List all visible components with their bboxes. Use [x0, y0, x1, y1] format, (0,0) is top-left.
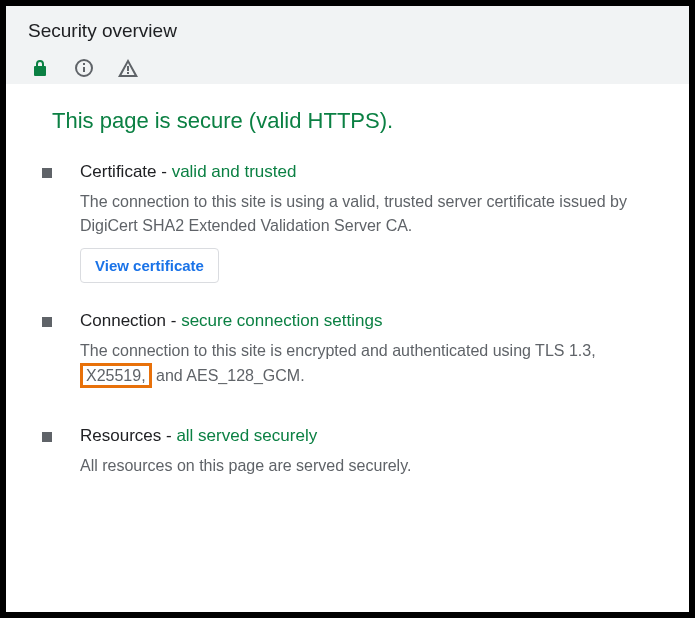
page-title: Security overview: [28, 20, 667, 42]
security-headline: This page is secure (valid HTTPS).: [52, 108, 653, 134]
svg-rect-4: [127, 72, 129, 74]
connection-desc-post: and AES_128_GCM.: [152, 367, 305, 384]
connection-desc-pre: The connection to this site is encrypted…: [80, 342, 596, 359]
resources-label: Resources -: [80, 426, 176, 445]
svg-rect-2: [83, 63, 85, 65]
security-tabs: [28, 60, 667, 84]
certificate-label: Certificate -: [80, 162, 172, 181]
tab-secure[interactable]: [28, 60, 52, 84]
svg-rect-3: [127, 66, 129, 71]
svg-rect-1: [83, 67, 85, 72]
bullet-icon: [42, 317, 52, 327]
connection-desc: The connection to this site is encrypted…: [80, 339, 653, 388]
resources-desc: All resources on this page are served se…: [80, 454, 653, 478]
certificate-status: valid and trusted: [172, 162, 297, 181]
connection-status: secure connection settings: [181, 311, 382, 330]
certificate-section: Certificate - valid and trusted The conn…: [42, 162, 653, 283]
resources-section: Resources - all served securely All reso…: [42, 426, 653, 488]
tab-warning[interactable]: [116, 60, 140, 84]
tab-info[interactable]: [72, 60, 96, 84]
resources-title: Resources - all served securely: [80, 426, 653, 446]
info-icon: [74, 58, 94, 78]
connection-section: Connection - secure connection settings …: [42, 311, 653, 398]
security-header: Security overview: [6, 6, 689, 84]
certificate-desc: The connection to this site is using a v…: [80, 190, 653, 238]
bullet-icon: [42, 432, 52, 442]
warning-icon: [117, 58, 139, 78]
resources-status: all served securely: [176, 426, 317, 445]
connection-title: Connection - secure connection settings: [80, 311, 653, 331]
lock-icon: [32, 59, 48, 77]
view-certificate-button[interactable]: View certificate: [80, 248, 219, 283]
certificate-title: Certificate - valid and trusted: [80, 162, 653, 182]
security-content: This page is secure (valid HTTPS). Certi…: [6, 84, 689, 540]
connection-label: Connection -: [80, 311, 181, 330]
connection-highlight: X25519,: [80, 363, 152, 388]
bullet-icon: [42, 168, 52, 178]
